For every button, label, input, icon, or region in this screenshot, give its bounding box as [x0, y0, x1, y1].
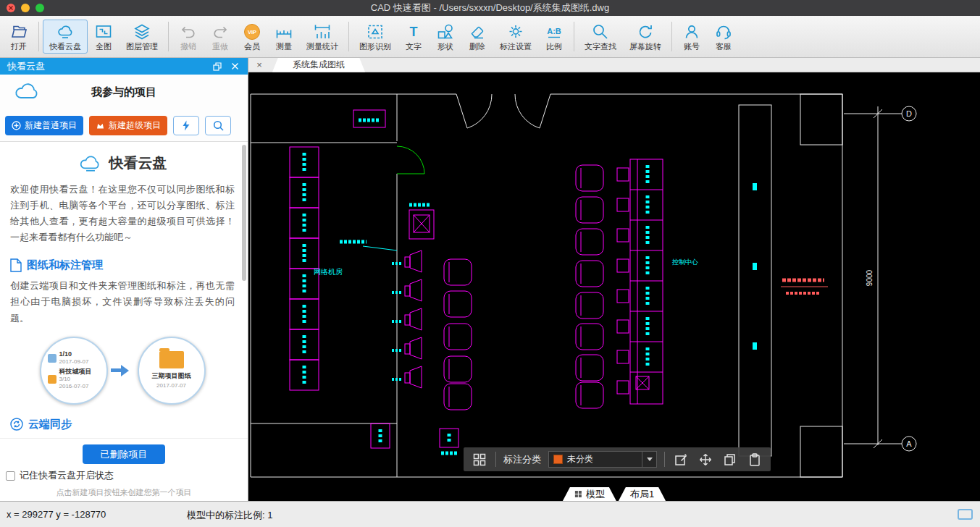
cad-drawing[interactable]: 网络机房 控制中心	[248, 72, 980, 501]
annotation-grid-button[interactable]	[471, 451, 488, 468]
section-cloud-sync: 云端同步	[10, 418, 235, 431]
close-icon	[231, 62, 239, 70]
toolbar-cloud-drive-label: 快看云盘	[49, 43, 81, 51]
new-normal-project-button[interactable]: 新建普通项目	[5, 116, 83, 135]
toolbar-text[interactable]: T 文字	[398, 20, 430, 54]
close-document-button[interactable]: ×	[254, 60, 265, 69]
category-color-swatch	[553, 455, 563, 464]
toolbar-separator	[574, 22, 574, 51]
toolbar-text-search-label: 文字查找	[585, 43, 616, 51]
toolbar-undo[interactable]: 撤销	[172, 20, 204, 54]
toolbar-annotation-settings[interactable]: 标注设置	[493, 20, 538, 54]
toolbar-full-view[interactable]: 全图	[88, 20, 120, 54]
toolbar-measure[interactable]: 测量	[268, 20, 300, 54]
illustration-date: 2017-09-07	[59, 358, 89, 366]
cloud-panel-content[interactable]: 快看云盘 欢迎使用快看云盘！在这里您不仅可以同步图纸和标注到手机、电脑等各个平台…	[0, 141, 248, 438]
toolbar-text-label: 文字	[406, 43, 422, 51]
annotation-scale-readout: 模型中的标注比例: 1	[187, 509, 272, 522]
annotation-edit-button[interactable]	[672, 451, 690, 468]
toolbar-vip-label: 会员	[244, 43, 260, 51]
dropdown-caret-button[interactable]	[642, 452, 656, 467]
toolbar-scale[interactable]: A:B 比例	[538, 20, 570, 54]
cloud-outline-icon	[13, 83, 42, 105]
remember-state-label: 记住快看云盘开启状态	[20, 469, 114, 482]
lightning-icon	[181, 120, 191, 131]
statusbar: x = 299277 y = -128770 模型中的标注比例: 1	[0, 501, 980, 527]
grid-icon	[473, 453, 486, 466]
section2-title: 云端同步	[28, 418, 72, 431]
tab-layout1[interactable]: 布局1	[619, 487, 666, 501]
toolbar-redo[interactable]: 重做	[204, 20, 236, 54]
toolbar-shapes[interactable]: 形状	[430, 20, 461, 54]
toolbar-open[interactable]: 打开	[3, 20, 35, 54]
illustration-date: 2017-07-07	[156, 382, 186, 389]
cursor-coordinates: x = 299277 y = -128770	[7, 509, 106, 520]
illustration-count: 1/10	[59, 350, 89, 358]
new-normal-project-label: 新建普通项目	[25, 119, 77, 132]
document-tab-active[interactable]: 系统集成图纸	[272, 58, 365, 72]
panel-scrollbar-thumb[interactable]	[242, 145, 246, 281]
illustration-date: 2016-07-07	[59, 383, 92, 390]
toolbar-delete-label: 删除	[469, 43, 485, 51]
cloud-illustration: 1/10 2017-09-07 科技城项目 3/10 2016-07-07 三期…	[10, 337, 235, 405]
category-value: 未分类	[567, 453, 637, 465]
remember-state-row[interactable]: 记住快看云盘开启状态	[6, 469, 114, 482]
toolbar-vip[interactable]: VIP 会员	[236, 20, 268, 54]
window-title: CAD 快速看图 - /Users/sxxxn/Desktop/系统集成图纸.d…	[371, 1, 609, 14]
illustration-project-name: 三期项目图纸	[152, 372, 191, 380]
deleted-projects-button[interactable]: 已删除项目	[83, 444, 165, 464]
room-label: 网络机房	[314, 268, 343, 276]
toolbar-separator	[664, 452, 665, 467]
new-super-project-label: 新建超级项目	[109, 119, 161, 132]
svg-text:VIP: VIP	[248, 29, 256, 35]
tab-model[interactable]: 模型	[563, 487, 616, 501]
toolbar-cloud-drive[interactable]: 快看云盘	[43, 20, 88, 54]
annotation-category-label: 标注分类	[503, 453, 541, 466]
toolbar-support[interactable]: 客服	[708, 20, 740, 54]
toolbar-measure-stats-label: 测量统计	[306, 43, 338, 51]
annotation-category-dropdown[interactable]: 未分类	[548, 451, 657, 468]
first-project-hint: 点击新建项目按钮来创建您第一个项目	[56, 487, 192, 498]
search-project-button[interactable]	[205, 116, 231, 135]
cloud-icon	[78, 155, 103, 172]
new-super-project-button[interactable]: 新建超级项目	[89, 116, 167, 135]
quick-sync-button[interactable]	[173, 116, 199, 135]
vip-icon: VIP	[243, 22, 261, 41]
float-panel-button[interactable]	[212, 61, 223, 72]
toolbar-separator	[671, 22, 672, 51]
toolbar-measure-stats[interactable]: 测量统计	[300, 20, 345, 54]
close-window-button[interactable]	[7, 4, 15, 12]
illustration-project-list: 1/10 2017-09-07 科技城项目 3/10 2016-07-07	[40, 337, 108, 405]
search-icon	[213, 120, 224, 131]
edit-icon	[674, 453, 687, 466]
toolbar-shape-recognition[interactable]: 图形识别	[353, 20, 398, 54]
search-icon	[591, 22, 610, 41]
toolbar-screen-rotate[interactable]: 屏幕旋转	[623, 20, 668, 54]
remember-state-checkbox[interactable]	[6, 471, 15, 481]
illustration-row: 科技城项目 3/10 2016-07-07	[48, 368, 100, 390]
toolbar-account[interactable]: 账号	[676, 20, 708, 54]
zoom-window-button[interactable]	[35, 4, 44, 12]
titlebar: CAD 快速看图 - /Users/sxxxn/Desktop/系统集成图纸.d…	[0, 0, 980, 16]
annotation-move-button[interactable]	[697, 451, 714, 468]
folder-open-icon	[9, 22, 28, 41]
annotation-copy-button[interactable]	[721, 451, 739, 468]
toolbar-undo-label: 撤销	[180, 43, 196, 51]
toolbar-layer-manager[interactable]: 图层管理	[120, 20, 164, 54]
panel-toggle-button[interactable]	[958, 509, 973, 520]
minimize-window-button[interactable]	[21, 4, 30, 12]
eraser-icon	[468, 22, 487, 41]
cad-furniture	[290, 110, 663, 448]
chevron-down-icon	[647, 458, 653, 464]
annotation-paste-button[interactable]	[746, 451, 763, 468]
plus-circle-icon	[12, 121, 21, 130]
layout-tabs: 模型 布局1	[563, 487, 666, 501]
cad-canvas[interactable]: 网络机房 控制中心	[248, 72, 980, 501]
close-panel-button[interactable]	[229, 61, 240, 72]
toolbar-support-label: 客服	[716, 43, 732, 51]
toolbar-delete[interactable]: 删除	[461, 20, 493, 54]
cloud-panel-footer: 已删除项目 记住快看云盘开启状态 点击新建项目按钮来创建您第一个项目	[0, 438, 248, 501]
document-tabbar: × 系统集成图纸	[248, 58, 980, 72]
float-window-icon	[213, 62, 222, 71]
toolbar-text-search[interactable]: 文字查找	[578, 20, 623, 54]
